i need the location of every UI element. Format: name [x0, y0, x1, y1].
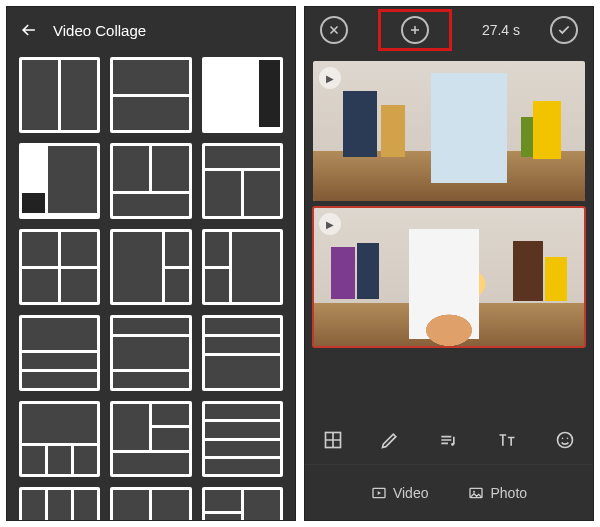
editor-screen: 27.4 s ▶ ▶ Vi [304, 6, 594, 521]
media-tabs: Video Photo [305, 464, 593, 520]
music-tool-icon[interactable] [437, 430, 459, 450]
layout-option[interactable] [202, 315, 283, 391]
confirm-icon[interactable] [550, 16, 578, 44]
layout-option[interactable] [110, 229, 191, 305]
layout-grid [7, 53, 295, 520]
layout-option[interactable] [19, 401, 100, 477]
layout-option[interactable] [110, 487, 191, 520]
clip-1[interactable]: ▶ [313, 61, 585, 201]
layout-option[interactable] [19, 229, 100, 305]
svg-point-1 [451, 443, 454, 446]
editor-toolbar [305, 416, 593, 464]
layout-option[interactable] [19, 487, 100, 520]
back-icon[interactable] [19, 20, 39, 40]
tab-photo-label: Photo [490, 485, 527, 501]
svg-point-2 [557, 433, 572, 448]
layout-tool-icon[interactable] [323, 430, 343, 450]
preview-area: ▶ ▶ [305, 53, 593, 355]
duration-label: 27.4 s [482, 22, 520, 38]
layout-option[interactable] [19, 57, 100, 133]
clip-thumbnail [313, 207, 585, 347]
layout-picker-screen: Video Collage [6, 6, 296, 521]
layout-option[interactable] [110, 57, 191, 133]
layout-header: Video Collage [7, 7, 295, 53]
layout-option[interactable] [19, 143, 100, 219]
tab-video[interactable]: Video [371, 485, 429, 501]
editor-header: 27.4 s [305, 7, 593, 53]
tab-video-label: Video [393, 485, 429, 501]
svg-point-4 [566, 438, 568, 440]
layout-option[interactable] [202, 487, 283, 520]
layout-option[interactable] [202, 401, 283, 477]
svg-point-3 [561, 438, 563, 440]
play-icon: ▶ [319, 67, 341, 89]
text-tool-icon[interactable] [496, 430, 518, 450]
layout-title: Video Collage [53, 22, 146, 39]
svg-point-7 [473, 490, 475, 492]
layout-option[interactable] [110, 143, 191, 219]
add-highlight [378, 9, 452, 51]
layout-option[interactable] [19, 315, 100, 391]
layout-option[interactable] [110, 315, 191, 391]
layout-option[interactable] [202, 57, 283, 133]
play-icon: ▶ [319, 213, 341, 235]
close-icon[interactable] [320, 16, 348, 44]
edit-tool-icon[interactable] [380, 430, 400, 450]
layout-option[interactable] [202, 143, 283, 219]
clip-thumbnail [313, 61, 585, 201]
add-icon[interactable] [401, 16, 429, 44]
sticker-tool-icon[interactable] [555, 430, 575, 450]
layout-option[interactable] [202, 229, 283, 305]
tab-photo[interactable]: Photo [468, 485, 527, 501]
layout-option[interactable] [110, 401, 191, 477]
clip-2[interactable]: ▶ [313, 207, 585, 347]
